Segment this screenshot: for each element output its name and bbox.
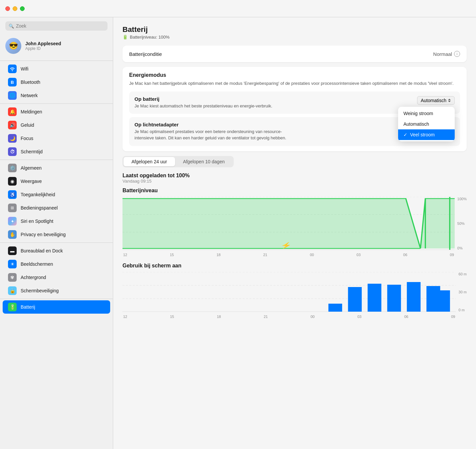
sidebar-item-battery[interactable]: 🔋 Batterij <box>3 300 110 314</box>
page-header: Batterij 🔋 Batterijniveau: 100% <box>122 25 467 40</box>
user-profile[interactable]: 😎 John Appleseed Apple ID <box>0 35 113 59</box>
sidebar-item-privacy[interactable]: ✋ Privacy en beveiliging <box>3 228 110 241</box>
op-batterij-dropdown[interactable]: Automatisch <box>417 96 455 105</box>
minimize-button[interactable] <box>13 6 17 11</box>
bluetooth-icon: B <box>8 78 17 86</box>
close-button[interactable] <box>5 6 10 11</box>
op-batterij-row: Op batterij Je Mac kiest automatisch het… <box>129 91 460 114</box>
usage-chart-section: Gebruik bij scherm aan <box>122 263 467 319</box>
sidebar-label-siri: Siri en Spotlight <box>21 219 53 224</box>
screentime-icon: ⏱ <box>8 147 17 156</box>
sidebar-item-sound[interactable]: 🔊 Geluid <box>3 118 110 132</box>
op-batterij-current-value: Automatisch <box>421 98 446 103</box>
sidebar-divider-3 <box>0 160 113 160</box>
fullscreen-button[interactable] <box>20 6 25 11</box>
usage-y-axis: 60 m 30 m 0 m <box>456 272 467 312</box>
sidebar-item-bluetooth[interactable]: B Bluetooth <box>3 75 110 89</box>
op-lichtnetadapter-desc: Je Mac optimaliseert prestaties voor een… <box>134 129 294 141</box>
svg-rect-14 <box>348 287 362 312</box>
charge-title: Laatst opgeladen tot 100% <box>122 173 467 179</box>
page-title: Batterij <box>122 25 467 34</box>
dropdown-item-veel[interactable]: ✓ Veel stroom <box>398 129 455 140</box>
sidebar-item-notifications[interactable]: 🔔 Meldingen <box>3 105 110 118</box>
notifications-icon: 🔔 <box>8 107 17 116</box>
op-batterij-dropdown-container: Automatisch Weinig stroom Automatisch ✓ <box>417 96 455 105</box>
sidebar-label-control: Bedieningspaneel <box>21 205 58 211</box>
sidebar-item-screensaver[interactable]: 🔒 Schermbeveiliging <box>3 284 110 297</box>
user-name: John Appleseed <box>25 41 61 46</box>
tab-24uur[interactable]: Afgelopen 24 uur <box>123 157 175 166</box>
sidebar-label-notifications: Meldingen <box>21 109 42 114</box>
sidebar-label-desktop: Bureaublad en Dock <box>21 248 63 253</box>
dropdown-item-automatisch[interactable]: Automatisch <box>398 119 455 129</box>
sidebar-item-wifi[interactable]: Wifi <box>3 62 110 75</box>
sidebar-divider-2 <box>0 103 113 104</box>
chevron-updown-icon <box>448 98 451 103</box>
energiemodus-title: Energiemodus <box>129 72 460 78</box>
usage-chart-area: 12 15 18 21 00 03 06 09 <box>122 272 456 319</box>
time-tabs: Afgelopen 24 uur Afgelopen 10 dagen <box>122 156 234 167</box>
user-sub: Apple ID <box>25 46 61 51</box>
titlebar <box>0 0 476 17</box>
battery-chart-title: Batterijniveau <box>122 188 467 194</box>
usage-chart-svg <box>122 272 456 312</box>
avatar: 😎 <box>5 38 21 54</box>
sidebar-item-desktop[interactable]: ▬ Bureaublad en Dock <box>3 244 110 257</box>
sidebar-item-accessibility[interactable]: ♿ Toegankelijkheid <box>3 188 110 201</box>
focus-icon: 🌙 <box>8 134 17 143</box>
sidebar-item-general[interactable]: ⚙️ Algemeen <box>3 161 110 175</box>
sidebar-label-wallpaper: Achtergrond <box>21 275 46 280</box>
search-input[interactable] <box>16 23 104 29</box>
battery-icon: 🔋 <box>8 303 17 311</box>
sidebar-label-display: Weergave <box>21 179 42 184</box>
sidebar-label-general: Algemeen <box>21 165 42 171</box>
batterij-conditie-value: Normaal i <box>433 51 460 57</box>
sidebar: 🔍 😎 John Appleseed Apple ID Wifi B Bluet… <box>0 17 113 449</box>
sidebar-label-screentime: Schermtijd <box>21 149 43 154</box>
siri-icon: ✦ <box>8 217 17 225</box>
sidebar-label-privacy: Privacy en beveiliging <box>21 232 66 237</box>
sound-icon: 🔊 <box>8 121 17 129</box>
sidebar-label-screensaver: Schermbeveiliging <box>21 288 59 293</box>
dropdown-weinig-label: Weinig stroom <box>403 111 433 116</box>
desktop-icon: ▬ <box>8 246 17 255</box>
energiemodus-section: Energiemodus Je Mac kan het batterijgebr… <box>122 67 467 151</box>
energiemodus-desc: Je Mac kan het batterijgebruik optimalis… <box>129 80 460 87</box>
svg-marker-4 <box>122 199 455 248</box>
battery-chart-section: Batterijniveau ⚡ <box>122 188 467 257</box>
battery-x-axis: 12 15 18 21 00 03 06 09 <box>122 253 455 257</box>
op-lichtnetadapter-title: Op lichtnetadapter <box>134 122 294 127</box>
sidebar-item-screentime[interactable]: ⏱ Schermtijd <box>3 145 110 158</box>
battery-chart-area: ⚡ 12 15 18 21 00 03 06 09 <box>122 197 455 257</box>
dropdown-item-weinig[interactable]: Weinig stroom <box>398 108 455 119</box>
screensaver-icon: 🔒 <box>8 286 17 295</box>
general-icon: ⚙️ <box>8 164 17 172</box>
sidebar-item-network[interactable]: 🌐 Netwerk <box>3 89 110 102</box>
op-batterij-title: Op batterij <box>134 96 272 102</box>
main-content: Batterij 🔋 Batterijniveau: 100% Batterij… <box>113 17 476 449</box>
user-info: John Appleseed Apple ID <box>25 41 61 51</box>
svg-rect-13 <box>329 304 342 312</box>
sidebar-item-display[interactable]: ◉ Weergave <box>3 175 110 188</box>
sidebar-item-wallpaper[interactable]: ✾ Achtergrond <box>3 271 110 284</box>
usage-chart-container: 12 15 18 21 00 03 06 09 60 m 30 m 0 m <box>122 272 467 319</box>
svg-text:⚡: ⚡ <box>281 242 292 249</box>
sidebar-label-battery: Batterij <box>21 304 35 310</box>
tab-10dagen[interactable]: Afgelopen 10 dagen <box>175 157 233 166</box>
search-bar[interactable]: 🔍 <box>5 21 108 31</box>
battery-y-axis: 100% 50% 0% <box>455 197 467 250</box>
batterij-conditie-card: Batterijconditie Normaal i <box>122 46 467 62</box>
network-icon: 🌐 <box>8 91 17 100</box>
sidebar-item-control[interactable]: ⊞ Bedieningspaneel <box>3 201 110 215</box>
displays2-icon: ☀ <box>8 260 17 268</box>
sidebar-label-displays2: Beeldschermen <box>21 261 53 267</box>
info-icon[interactable]: i <box>454 51 460 57</box>
sidebar-label-accessibility: Toegankelijkheid <box>21 192 55 197</box>
sidebar-divider-5 <box>0 299 113 299</box>
sidebar-item-displays2[interactable]: ☀ Beeldschermen <box>3 257 110 271</box>
sidebar-item-focus[interactable]: 🌙 Focus <box>3 132 110 145</box>
wallpaper-icon: ✾ <box>8 273 17 282</box>
charge-info: Laatst opgeladen tot 100% Vandaag 09:15 <box>122 173 467 184</box>
sidebar-item-siri[interactable]: ✦ Siri en Spotlight <box>3 215 110 228</box>
svg-rect-16 <box>387 285 401 312</box>
